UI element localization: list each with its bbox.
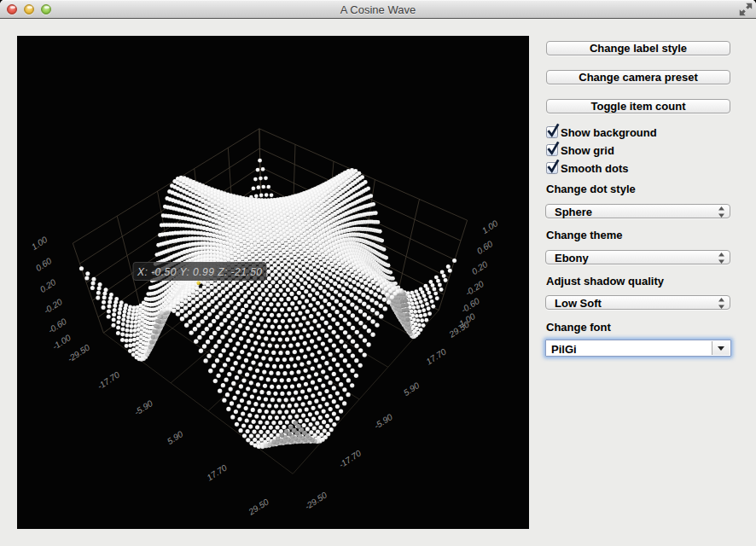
svg-text:0.60: 0.60 <box>34 256 54 273</box>
svg-text:29.50: 29.50 <box>247 497 270 517</box>
svg-text:-5.90: -5.90 <box>372 412 394 431</box>
svg-text:1.00: 1.00 <box>480 218 500 235</box>
svg-text:5.90: 5.90 <box>166 429 185 446</box>
svg-text:17.70: 17.70 <box>424 346 448 366</box>
svg-text:0.20: 0.20 <box>470 259 490 276</box>
svg-text:0.20: 0.20 <box>38 277 58 294</box>
svg-text:-0.60: -0.60 <box>46 317 68 335</box>
svg-text:-17.70: -17.70 <box>337 448 363 469</box>
svg-text:-0.20: -0.20 <box>463 279 486 298</box>
svg-text:-29.50: -29.50 <box>303 490 329 511</box>
svg-text:5.90: 5.90 <box>402 380 422 398</box>
svg-text:-29.50: -29.50 <box>66 342 91 363</box>
svg-text:-1.00: -1.00 <box>50 333 73 351</box>
svg-text:1.00: 1.00 <box>30 235 49 252</box>
svg-text:-17.70: -17.70 <box>96 369 121 391</box>
svg-text:0.60: 0.60 <box>475 239 495 256</box>
svg-text:X: -0.50 Y: 0.99 Z: -21.50: X: -0.50 Y: 0.99 Z: -21.50 <box>137 266 262 278</box>
svg-text:17.70: 17.70 <box>205 462 229 482</box>
svg-text:-0.20: -0.20 <box>42 297 64 316</box>
svg-text:-5.90: -5.90 <box>132 398 154 417</box>
